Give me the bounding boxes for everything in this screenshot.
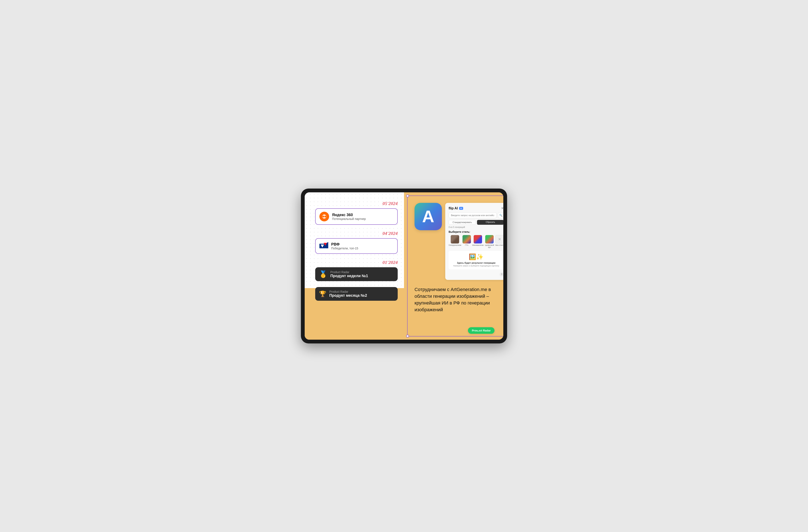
trophy-icon: 🏆 — [319, 290, 326, 297]
close-icon[interactable]: ✕ — [501, 206, 503, 210]
product-week-card: 🥇 Product Radar Продукт недели №1 — [315, 267, 398, 281]
style-thumb-gta — [462, 235, 471, 243]
flip-ai-badge: AI — [459, 207, 463, 210]
section-04-2024: 04'2024 РВФ Победители, — [315, 231, 398, 254]
handle-tl — [406, 195, 409, 197]
product-week-text: Product Radar Продукт недели №1 — [330, 271, 368, 278]
section-01-2024: 01'2024 🥇 Product Radar Продукт недели №… — [315, 260, 398, 301]
yandex-name: Яндекс 360 — [332, 213, 366, 217]
medal-icon: 🥇 — [319, 270, 327, 278]
search-row: 🔍 — [448, 212, 503, 218]
style-digital[interactable]: Цифровой арт — [485, 235, 494, 248]
action-row: Стандартизировать Сбросить — [448, 220, 503, 225]
left-panel: 05'2024 Яндекс 360 Потен — [305, 192, 404, 340]
rvf-card: РВФ Победители, топ-15 — [315, 238, 398, 254]
flip-ai-panel: flip AI AI ✕ 🔍 Стандартизировать Сбросит… — [445, 203, 503, 280]
rvf-subtitle: Победители, топ-15 — [331, 246, 358, 250]
search-input[interactable] — [448, 212, 497, 218]
rvf-logo — [319, 242, 328, 251]
style-label-minimal: Минимализм — [472, 244, 483, 246]
style-gta[interactable]: ГТА — [462, 235, 471, 248]
help-button[interactable]: ? — [499, 272, 503, 276]
result-area: 🖼️✨ Здесь будет результат генерации Напи… — [448, 251, 503, 269]
style-thumb-none: ✕ — [495, 235, 503, 243]
result-icon: 🖼️✨ — [450, 253, 502, 260]
style-section-title: Выберите стиль: — [448, 231, 503, 233]
product-week-name: Продукт недели №1 — [330, 274, 368, 278]
style-label-none: Без стил. — [496, 244, 503, 246]
left-content: 05'2024 Яндекс 360 Потен — [315, 201, 398, 301]
date-04-2024: 04'2024 — [315, 231, 398, 236]
product-week-org: Product Radar — [330, 271, 368, 274]
product-month-card: 🏆 Product Radar Продукт месяца №2 — [315, 287, 398, 301]
section-05-2024: 05'2024 Яндекс 360 Потен — [315, 201, 398, 225]
style-minimal[interactable]: Минимализм — [472, 235, 483, 248]
yandex-card-text: Яндекс 360 Потенциальный партнер — [332, 213, 366, 221]
product-month-org: Product Radar — [329, 290, 367, 293]
flip-ai-header: flip AI AI ✕ — [448, 206, 503, 210]
style-label-gta: ГТА — [465, 244, 469, 246]
app-area: A flip AI AI ✕ 🔍 — [408, 199, 503, 280]
svg-point-2 — [323, 216, 324, 218]
result-title: Здесь будет результат генерации — [450, 261, 502, 264]
style-thumb-hyperreal — [451, 235, 459, 243]
yandex-logo — [319, 212, 329, 221]
style-label-digital: Цифровой арт — [485, 244, 494, 248]
description-area: Сотрудничаем с ArtGeneration.me в област… — [408, 284, 503, 315]
yandex-subtitle: Потенциальный партнер — [332, 217, 366, 221]
style-label-hyperreal: Гиперреализм — [448, 244, 461, 246]
date-01-2024: 01'2024 — [315, 260, 398, 265]
description-text: Сотрудничаем с ArtGeneration.me в област… — [415, 286, 503, 313]
result-subtitle: Напишите запрос и выберите подходящую ка… — [450, 265, 502, 267]
product-month-text: Product Radar Продукт месяца №2 — [329, 290, 367, 298]
right-panel: A flip AI AI ✕ 🔍 — [404, 192, 503, 340]
app-icon-large: A — [415, 203, 442, 230]
date-05-2024: 05'2024 — [315, 201, 398, 206]
rvf-card-text: РВФ Победители, топ-15 — [331, 242, 358, 250]
handle-bl — [406, 335, 409, 337]
product-month-name: Продукт месяца №2 — [329, 293, 367, 298]
device-screen: 05'2024 Яндекс 360 Потен — [305, 192, 503, 340]
flip-ai-title-text: flip AI — [448, 206, 458, 210]
style-none[interactable]: ✕ Без стил. — [495, 235, 503, 248]
device-frame: 05'2024 Яндекс 360 Потен — [301, 188, 507, 344]
rvf-name: РВФ — [331, 242, 358, 246]
reset-button[interactable]: Сбросить — [477, 220, 503, 225]
style-hyperreal[interactable]: Гиперреализм — [448, 235, 461, 248]
yandex-card: Яндекс 360 Потенциальный партнер — [315, 208, 398, 225]
generation-count: 0 из 5 генераций — [448, 226, 503, 228]
style-thumb-digital — [485, 235, 494, 243]
flip-ai-title: flip AI AI — [448, 206, 463, 210]
product-radar-button[interactable]: Product Radar — [468, 327, 495, 334]
app-icon-letter: A — [422, 207, 434, 226]
standardize-button[interactable]: Стандартизировать — [448, 220, 476, 225]
svg-point-3 — [325, 216, 326, 218]
search-button[interactable]: 🔍 — [498, 212, 503, 218]
styles-row: Гиперреализм ГТА Минимализм Цифрово — [448, 235, 503, 248]
style-thumb-minimal — [474, 235, 482, 243]
